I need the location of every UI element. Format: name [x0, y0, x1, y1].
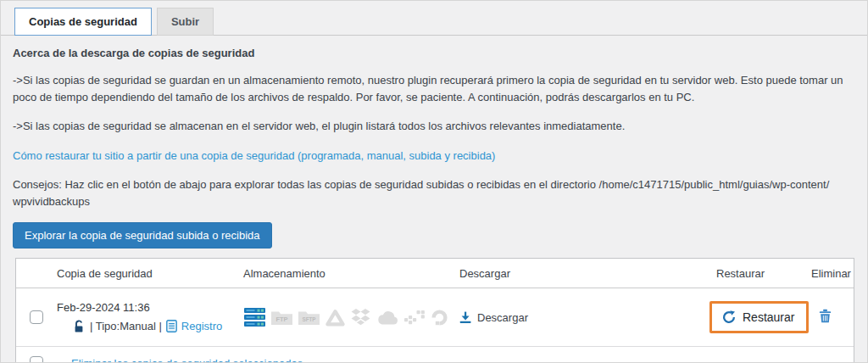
download-label: Descargar [477, 311, 528, 324]
restore-label: Restaurar [743, 310, 794, 324]
amazon-s3-storage-icon [403, 309, 426, 326]
log-link[interactable]: Registro [181, 319, 222, 335]
download-cell[interactable]: Descargar [459, 311, 716, 324]
restore-help-row: Cómo restaurar tu sitio a partir de una … [13, 148, 855, 165]
footer-link-cell: Eliminar las copias de seguridad selecci… [57, 357, 854, 363]
backup-info-cell: Feb-29-2024 11:36 | Tipo:Manual | [57, 300, 243, 335]
info-paragraph-remote-storage: ->Si las copias de seguridad se guardan … [13, 72, 855, 105]
backup-row-checkbox[interactable] [30, 310, 43, 324]
tab-backups[interactable]: Copias de seguridad [14, 8, 152, 36]
delete-cell [809, 309, 854, 326]
header-storage: Almacenamiento [243, 267, 459, 280]
download-icon [459, 311, 471, 324]
unlock-icon[interactable] [74, 320, 86, 333]
restore-button[interactable]: Restaurar [722, 310, 794, 324]
backup-meta-line: | Tipo:Manual | Registro [74, 319, 243, 335]
restore-refresh-icon [722, 310, 736, 324]
explore-uploaded-backups-button[interactable]: Explorar la copia de seguridad subida o … [13, 222, 272, 249]
onedrive-storage-icon [376, 310, 399, 326]
storage-icons-cell: FTP SFTP [243, 307, 459, 327]
info-paragraph-web-server: ->Si las copias de seguridad se almacena… [13, 118, 855, 135]
tips-text-line1: Consejos: Haz clic en el botón de abajo … [13, 176, 855, 193]
delete-selected-backups-link[interactable]: Eliminar las copias de seguridad selecci… [71, 357, 303, 363]
log-document-icon [166, 320, 177, 332]
how-to-restore-link[interactable]: Cómo restaurar tu sitio a partir de una … [13, 149, 495, 162]
restore-cell: Restaurar [709, 301, 809, 333]
svg-text:SFTP: SFTP [302, 316, 315, 322]
backups-table: Copia de seguridad Almacenamiento Descar… [15, 258, 854, 363]
tab-upload[interactable]: Subir [157, 8, 214, 36]
backup-type-label: | Tipo:Manual | [90, 319, 162, 335]
footer-checkbox-cell [16, 356, 57, 363]
tips-paragraph: Consejos: Haz clic en el botón de abajo … [13, 176, 855, 209]
wpvivid-backup-page: Copias de seguridad Subir Acerca de la d… [1, 8, 867, 363]
digitalocean-storage-icon [430, 308, 449, 327]
tab-bar: Copias de seguridad Subir [1, 8, 867, 36]
trash-icon[interactable] [819, 309, 832, 323]
backup-date: Feb-29-2024 11:36 [57, 300, 243, 316]
backup-table-row: Feb-29-2024 11:36 | Tipo:Manual | [16, 288, 854, 347]
backup-download-section: Acerca de la descarga de copias de segur… [1, 47, 867, 363]
google-drive-storage-icon [325, 308, 346, 327]
header-restore: Restaurar [716, 267, 809, 280]
dropbox-storage-icon [350, 308, 371, 327]
table-header-row: Copia de seguridad Almacenamiento Descar… [16, 259, 854, 288]
sftp-storage-icon: SFTP [298, 309, 320, 326]
header-backup: Copia de seguridad [57, 267, 243, 280]
ftp-storage-icon: FTP [270, 309, 293, 326]
svg-text:FTP: FTP [275, 316, 287, 323]
row-checkbox-cell [16, 310, 57, 324]
section-heading: Acerca de la descarga de copias de segur… [13, 47, 855, 59]
header-download: Descargar [459, 267, 716, 280]
local-server-storage-icon [243, 307, 266, 327]
restore-annotation-box: Restaurar [709, 301, 809, 333]
tips-text-line2: wpvividbackups [13, 193, 855, 210]
table-footer-row: Eliminar las copias de seguridad selecci… [16, 347, 854, 363]
header-delete: Eliminar [809, 267, 854, 280]
select-all-checkbox[interactable] [30, 356, 43, 363]
